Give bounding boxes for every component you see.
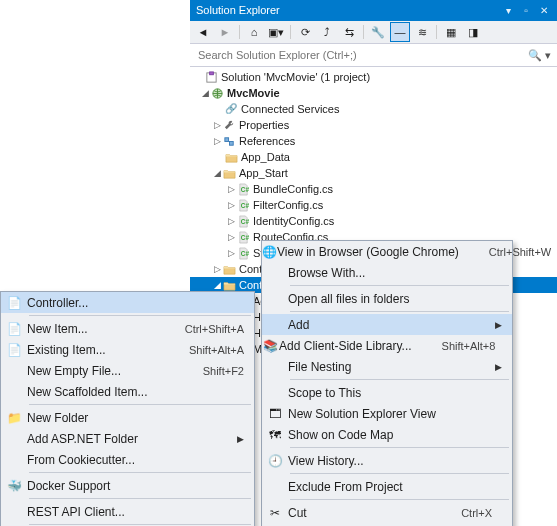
context-menu-main: 🌐View in Browser (Google Chrome)Ctrl+Shi… bbox=[261, 240, 513, 526]
expand-icon[interactable]: ◢ bbox=[200, 85, 210, 101]
forward-button[interactable]: ► bbox=[215, 22, 235, 42]
panel-title: Solution Explorer bbox=[196, 0, 497, 21]
scope-button[interactable]: ▣▾ bbox=[266, 22, 286, 42]
browser-icon: 🌐 bbox=[262, 245, 277, 259]
menu-scaffold[interactable]: New Scaffolded Item... bbox=[1, 381, 254, 402]
solution-icon bbox=[204, 70, 218, 84]
menu-browse-with[interactable]: Browse With... bbox=[262, 262, 512, 283]
refresh-button[interactable]: ⤴ bbox=[317, 22, 337, 42]
preview-button[interactable]: — bbox=[390, 22, 410, 42]
close-icon[interactable]: ✕ bbox=[537, 4, 551, 18]
project-node[interactable]: ◢MvcMovie bbox=[190, 85, 557, 101]
expand-icon[interactable]: ▷ bbox=[212, 261, 222, 277]
csharp-file-icon bbox=[236, 230, 250, 244]
csharp-file-icon bbox=[236, 214, 250, 228]
submenu-arrow-icon: ▶ bbox=[492, 320, 502, 330]
menu-controller[interactable]: 📄Controller... bbox=[1, 292, 254, 313]
view-code-button[interactable]: ▦ bbox=[441, 22, 461, 42]
expand-icon[interactable]: ▷ bbox=[212, 133, 222, 149]
menu-new-view[interactable]: 🗔New Solution Explorer View bbox=[262, 403, 512, 424]
menu-file-nesting[interactable]: File Nesting▶ bbox=[262, 356, 512, 377]
menu-rest[interactable]: REST API Client... bbox=[1, 501, 254, 522]
properties-button[interactable]: 🔧 bbox=[368, 22, 388, 42]
folder-icon bbox=[222, 262, 236, 276]
folder-icon bbox=[222, 166, 236, 180]
menu-add-client[interactable]: 📚Add Client-Side Library...Shift+Alt+8 bbox=[262, 335, 512, 356]
search-input[interactable] bbox=[196, 48, 528, 62]
submenu-arrow-icon: ▶ bbox=[492, 362, 502, 372]
home-button[interactable]: ⌂ bbox=[244, 22, 264, 42]
sync-button[interactable]: ≋ bbox=[412, 22, 432, 42]
menu-add[interactable]: Add▶ bbox=[262, 314, 512, 335]
app-start-node[interactable]: ◢App_Start bbox=[190, 165, 557, 181]
submenu-arrow-icon: ▶ bbox=[234, 434, 244, 444]
menu-existing-item[interactable]: 📄Existing Item...Shift+Alt+A bbox=[1, 339, 254, 360]
menu-history[interactable]: 🕘View History... bbox=[262, 450, 512, 471]
menu-view-browser[interactable]: 🌐View in Browser (Google Chrome)Ctrl+Shi… bbox=[262, 241, 512, 262]
app-data-node[interactable]: App_Data bbox=[190, 149, 557, 165]
references-icon bbox=[222, 134, 236, 148]
folder-icon bbox=[224, 150, 238, 164]
pin-icon[interactable]: ▫ bbox=[519, 4, 533, 18]
connected-services-node[interactable]: 🔗Connected Services bbox=[190, 101, 557, 117]
expand-icon[interactable]: ▷ bbox=[226, 245, 236, 261]
file-node[interactable]: ▷BundleConfig.cs bbox=[190, 181, 557, 197]
wrench-icon bbox=[222, 118, 236, 132]
menu-cookiecutter[interactable]: From Cookiecutter... bbox=[1, 449, 254, 470]
search-icon[interactable]: 🔍 ▾ bbox=[528, 49, 551, 62]
docker-icon: 🐳 bbox=[1, 479, 27, 493]
connected-icon: 🔗 bbox=[224, 102, 238, 116]
back-button[interactable]: ◄ bbox=[193, 22, 213, 42]
show-all-button[interactable]: ⟳ bbox=[295, 22, 315, 42]
menu-docker[interactable]: 🐳Docker Support bbox=[1, 475, 254, 496]
dropdown-icon[interactable]: ▾ bbox=[501, 4, 515, 18]
library-icon: 📚 bbox=[262, 339, 279, 353]
search-bar[interactable]: 🔍 ▾ bbox=[190, 44, 557, 67]
expand-icon[interactable]: ▷ bbox=[226, 181, 236, 197]
folder-icon: 📁 bbox=[1, 411, 27, 425]
menu-cut[interactable]: ✂CutCtrl+X bbox=[262, 502, 512, 523]
expand-icon[interactable]: ▷ bbox=[226, 229, 236, 245]
csharp-file-icon bbox=[236, 246, 250, 260]
expand-icon[interactable]: ▷ bbox=[212, 117, 222, 133]
folder-icon bbox=[222, 278, 236, 292]
menu-new-empty[interactable]: New Empty File...Shift+F2 bbox=[1, 360, 254, 381]
menu-new-folder[interactable]: 📁New Folder bbox=[1, 407, 254, 428]
collapse-button[interactable]: ⇆ bbox=[339, 22, 359, 42]
solution-node[interactable]: Solution 'MvcMovie' (1 project) bbox=[190, 69, 557, 85]
history-icon: 🕘 bbox=[262, 454, 288, 468]
codemap-icon: 🗺 bbox=[262, 428, 288, 442]
existing-item-icon: 📄 bbox=[1, 343, 27, 357]
csharp-file-icon bbox=[236, 198, 250, 212]
menu-aspnet-folder[interactable]: Add ASP.NET Folder▶ bbox=[1, 428, 254, 449]
menu-new-item[interactable]: 📄New Item...Ctrl+Shift+A bbox=[1, 318, 254, 339]
csharp-file-icon bbox=[236, 182, 250, 196]
view-designer-button[interactable]: ◨ bbox=[463, 22, 483, 42]
references-node[interactable]: ▷References bbox=[190, 133, 557, 149]
file-node[interactable]: ▷FilterConfig.cs bbox=[190, 197, 557, 213]
cut-icon: ✂ bbox=[262, 506, 288, 520]
view-icon: 🗔 bbox=[262, 407, 288, 421]
expand-icon[interactable]: ▷ bbox=[226, 213, 236, 229]
controller-icon: 📄 bbox=[1, 296, 27, 310]
context-menu-add: 📄Controller... 📄New Item...Ctrl+Shift+A … bbox=[0, 291, 255, 526]
new-item-icon: 📄 bbox=[1, 322, 27, 336]
menu-codemap[interactable]: 🗺Show on Code Map bbox=[262, 424, 512, 445]
project-icon bbox=[210, 86, 224, 100]
panel-toolbar: ◄ ► ⌂ ▣▾ ⟳ ⤴ ⇆ 🔧 — ≋ ▦ ◨ bbox=[190, 21, 557, 44]
expand-icon[interactable]: ◢ bbox=[212, 165, 222, 181]
menu-exclude[interactable]: Exclude From Project bbox=[262, 476, 512, 497]
properties-node[interactable]: ▷Properties bbox=[190, 117, 557, 133]
file-node[interactable]: ▷IdentityConfig.cs bbox=[190, 213, 557, 229]
menu-scope[interactable]: Scope to This bbox=[262, 382, 512, 403]
panel-titlebar: Solution Explorer ▾ ▫ ✕ bbox=[190, 0, 557, 21]
expand-icon[interactable]: ▷ bbox=[226, 197, 236, 213]
menu-open-all[interactable]: Open all files in folders bbox=[262, 288, 512, 309]
